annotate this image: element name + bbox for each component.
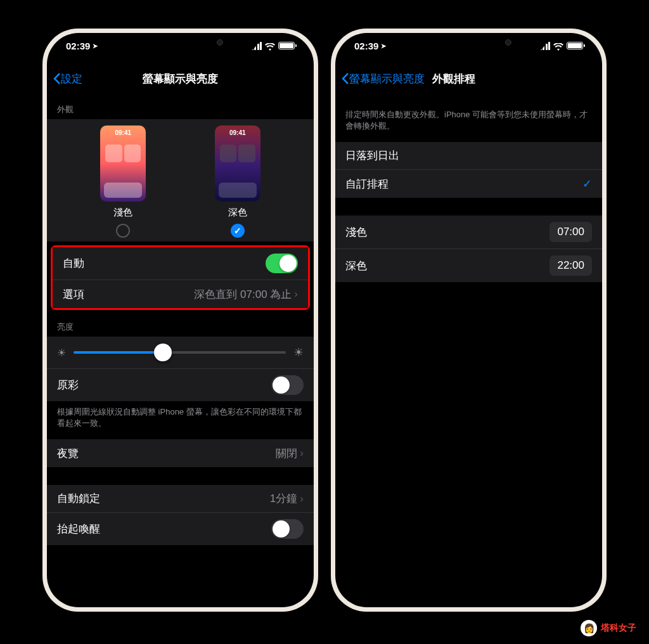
status-time: 02:39 xyxy=(354,41,378,51)
section-header-appearance: 外觀 xyxy=(47,93,314,119)
nav-title: 外觀排程 xyxy=(432,72,475,86)
light-time-cell[interactable]: 淺色 07:00 xyxy=(335,216,602,249)
dark-time-cell[interactable]: 深色 22:00 xyxy=(335,249,602,282)
light-time-value[interactable]: 07:00 xyxy=(549,222,592,242)
phone-right: 02:39 ➤ 螢幕顯示與亮度 外觀排程 排定時間來自動更改外觀。iPhone … xyxy=(331,29,607,612)
nav-title: 螢幕顯示與亮度 xyxy=(143,72,218,86)
raise-wake-cell[interactable]: 抬起喚醒 xyxy=(47,513,314,545)
chevron-right-icon: › xyxy=(300,447,304,460)
chevron-right-icon: › xyxy=(294,288,298,300)
true-tone-footer: 根據周圍光線狀況自動調整 iPhone 螢幕，讓色彩在不同的環境下都看起來一致。 xyxy=(47,401,314,439)
light-preview: 09:41 xyxy=(100,126,146,202)
dark-radio[interactable] xyxy=(231,224,245,238)
custom-schedule-cell[interactable]: 自訂排程 ✓ xyxy=(335,170,602,198)
dark-label: 深色 xyxy=(345,259,367,273)
auto-lock-label: 自動鎖定 xyxy=(57,491,100,506)
battery-icon xyxy=(278,42,295,49)
watermark-text: 塔科女子 xyxy=(601,622,636,634)
dark-preview: 09:41 xyxy=(215,126,260,202)
night-shift-label: 夜覽 xyxy=(57,446,79,461)
location-icon: ➤ xyxy=(381,42,386,49)
highlight-box: 自動 選項 深色直到 07:00 為止› xyxy=(51,245,310,310)
wifi-icon xyxy=(265,42,275,49)
sun-large-icon: ☀︎ xyxy=(293,345,304,359)
sun-small-icon: ☀︎ xyxy=(57,347,66,359)
chevron-left-icon xyxy=(53,72,61,85)
nav-back-label: 設定 xyxy=(61,72,82,86)
phone-notch xyxy=(391,33,546,52)
raise-wake-toggle[interactable] xyxy=(271,519,304,539)
chevron-left-icon xyxy=(342,72,349,85)
auto-label: 自動 xyxy=(63,256,84,271)
section-header-brightness: 亮度 xyxy=(47,310,314,337)
brightness-slider[interactable] xyxy=(74,351,286,354)
nav-bar: 螢幕顯示與亮度 外觀排程 xyxy=(335,65,602,93)
location-icon: ➤ xyxy=(93,42,98,49)
wifi-icon xyxy=(553,42,563,49)
appearance-option-dark[interactable]: 09:41 深色 xyxy=(215,126,260,238)
sunset-sunrise-label: 日落到日出 xyxy=(345,148,399,163)
true-tone-toggle[interactable] xyxy=(271,375,304,395)
check-icon: ✓ xyxy=(582,177,592,191)
dark-time-value[interactable]: 22:00 xyxy=(549,255,592,276)
light-label: 淺色 xyxy=(113,207,132,219)
auto-lock-cell[interactable]: 自動鎖定 1分鐘› xyxy=(47,485,314,513)
schedule-footer: 排定時間來自動更改外觀。iPhone 可能會等到您未使用螢幕時，才會轉換外觀。 xyxy=(335,93,602,142)
status-time: 02:39 xyxy=(66,41,90,51)
watermark: 👩 塔科女子 xyxy=(581,620,636,636)
true-tone-label: 原彩 xyxy=(57,378,79,392)
sunset-sunrise-cell[interactable]: 日落到日出 xyxy=(335,142,602,170)
appearance-option-light[interactable]: 09:41 淺色 xyxy=(100,126,146,238)
nav-bar: 設定 螢幕顯示與亮度 xyxy=(47,65,314,93)
options-cell[interactable]: 選項 深色直到 07:00 為止› xyxy=(53,280,308,308)
nav-back-button[interactable]: 設定 xyxy=(53,72,82,86)
raise-wake-label: 抬起喚醒 xyxy=(57,522,100,536)
nav-back-label: 螢幕顯示與亮度 xyxy=(349,72,425,86)
phone-left: 02:39 ➤ 設定 螢幕顯示與亮度 外觀 09: xyxy=(42,29,318,612)
nav-back-button[interactable]: 螢幕顯示與亮度 xyxy=(342,72,425,86)
chevron-right-icon: › xyxy=(300,493,304,505)
phone-notch xyxy=(103,33,257,52)
night-shift-cell[interactable]: 夜覽 關閉› xyxy=(47,439,314,467)
true-tone-cell[interactable]: 原彩 xyxy=(47,369,314,401)
light-label: 淺色 xyxy=(345,225,367,240)
battery-icon xyxy=(567,42,583,49)
auto-toggle-cell[interactable]: 自動 xyxy=(53,247,308,280)
auto-toggle[interactable] xyxy=(266,254,298,273)
custom-schedule-label: 自訂排程 xyxy=(345,177,389,191)
brightness-slider-row: ☀︎ ☀︎ xyxy=(47,337,314,369)
light-radio[interactable] xyxy=(116,224,130,238)
options-label: 選項 xyxy=(63,287,84,302)
watermark-icon: 👩 xyxy=(581,620,597,636)
appearance-selector: 09:41 淺色 09:41 深色 xyxy=(47,119,314,242)
dark-label: 深色 xyxy=(228,207,247,219)
